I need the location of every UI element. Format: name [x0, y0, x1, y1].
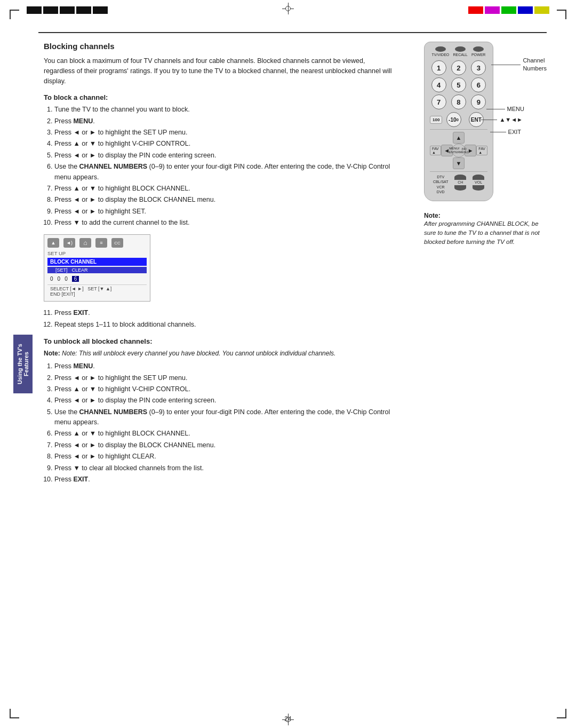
remote-source-btn: DTVCBL/SATVCRDVD: [433, 175, 449, 194]
remote-btn-5: 5: [451, 77, 466, 92]
block-step-10: Press ▼ to add the current channel to th…: [54, 218, 397, 228]
remote-control-bottom: DTVCBL/SATVCRDVD CH VOL: [430, 175, 487, 194]
left-column: Blocking channels You can block a maximu…: [44, 42, 403, 489]
page-number: 24: [284, 715, 291, 723]
unblock-note: Note: Note: This will unblock every chan…: [44, 349, 397, 358]
remote-ch-btn: CH: [454, 175, 466, 194]
remote-btn-4: 4: [431, 77, 446, 92]
note-text: After programming CHANNEL BLOCK, be sure…: [424, 219, 547, 247]
unblock-step-9: Press ▼ to clear all blocked channels fr…: [54, 463, 397, 473]
screen-setup-label: SET UP: [47, 250, 147, 256]
page-content: Blocking channels You can block a maximu…: [38, 32, 547, 699]
block-step-12: Repeat steps 1–11 to block additional ch…: [54, 320, 397, 330]
remote-top-row: TV/VIDEO RECALL POWER: [430, 46, 487, 57]
remote-btn-0: -100: [446, 112, 461, 127]
remote-illustration: TV/VIDEO RECALL POWER 1: [424, 42, 493, 201]
remote-fav-left: FAV▲: [430, 146, 441, 155]
remote-divider-2: [430, 171, 487, 172]
screen-icons-row: ▲ ◄) ⌂ ≡ CC: [47, 238, 147, 248]
block-steps-list-cont: Press EXIT. Repeat steps 1–11 to block a…: [44, 308, 397, 330]
screen-block-channel: BLOCK CHANNEL: [47, 258, 147, 266]
remote-label-arrows: ▲▼◄►: [481, 116, 523, 123]
unblock-step-4: Press ◄ or ► to display the PIN code ent…: [54, 395, 397, 406]
screen-icon-1: ▲: [47, 238, 59, 248]
screen-digits: 0006: [47, 275, 147, 283]
remote-bottom-numbers: 100 -100 ENT: [430, 112, 487, 127]
sub-heading-unblock: To unblock all blocked channels:: [44, 337, 397, 345]
block-step-6: Use the CHANNEL NUMBERS (0–9) to enter y…: [54, 162, 397, 183]
remote-nav-center: MENU/ENTER(NO MENU): [452, 144, 466, 157]
remote-recall: RECALL: [453, 46, 467, 57]
block-step-1: Tune the TV to the channel you want to b…: [54, 105, 397, 115]
sub-heading-block: To block a channel:: [44, 93, 397, 101]
remote-number-grid: 1 2 3 4 5 6 7 8 9: [430, 60, 487, 109]
remote-nav-down: ▼: [453, 157, 465, 169]
remote-label-channel-numbers: ChannelNumbers: [491, 57, 547, 73]
block-step-11: Press EXIT.: [54, 308, 397, 318]
block-step-2: Press MENU.: [54, 116, 397, 126]
screen-icon-4: ≡: [95, 238, 107, 248]
block-step-4: Press ▲ or ▼ to highlight V-CHIP CONTROL…: [54, 139, 397, 149]
unblock-step-8: Press ◄ or ► to highlight CLEAR.: [54, 452, 397, 462]
unblock-step-10: Press EXIT.: [54, 474, 397, 485]
unblock-step-7: Press ◄ or ► to display the BLOCK CHANNE…: [54, 440, 397, 450]
unblock-step-2: Press ◄ or ► to highlight the SET UP men…: [54, 373, 397, 383]
remote-btn-2: 2: [451, 60, 466, 75]
corner-mark-br: [557, 709, 566, 718]
right-column: TV/VIDEO RECALL POWER 1: [419, 42, 547, 489]
remote-vol-btn: VOL: [473, 175, 484, 194]
screen-set-clear: [SET]CLEAR: [47, 267, 147, 273]
unblock-step-1: Press MENU.: [54, 361, 397, 371]
note-title-text: Note:: [424, 212, 441, 219]
screen-icon-3: ⌂: [79, 238, 91, 248]
corner-mark-bl: [10, 709, 19, 718]
remote-label-menu: MENU: [486, 106, 524, 112]
remote-btn-9: 9: [471, 94, 486, 109]
color-bars-right: [468, 6, 549, 14]
remote-btn-3: 3: [471, 60, 486, 75]
note-title: Note:: [424, 212, 547, 219]
remote-label-exit: EXIT: [490, 129, 521, 135]
block-step-7: Press ▲ or ▼ to highlight BLOCK CHANNEL.: [54, 184, 397, 194]
screen-select-row: SELECT [◄ ►] SET [▼ ▲]END [EXIT]: [47, 284, 147, 298]
block-step-3: Press ◄ or ► to highlight the SET UP men…: [54, 128, 397, 138]
sidebar-label-line2: Features: [23, 343, 29, 385]
color-bars-left: [27, 6, 108, 14]
block-step-8: Press ◄ or ► to display the BLOCK CHANNE…: [54, 195, 397, 205]
page-heading: Blocking channels: [44, 42, 397, 51]
block-step-5: Press ◄ or ► to display the PIN code ent…: [54, 151, 397, 161]
block-step-9: Press ◄ or ► to highlight SET.: [54, 207, 397, 217]
block-steps-list: Tune the TV to the channel you want to b…: [44, 105, 397, 228]
remote-btn-8: 8: [451, 94, 466, 109]
unblock-steps-list: Press MENU. Press ◄ or ► to highlight th…: [44, 361, 397, 485]
remote-fav-right: FAV▲: [476, 146, 487, 155]
remote-btn-100: 100: [430, 116, 442, 124]
main-area: Blocking channels You can block a maximu…: [44, 42, 547, 489]
screen-icon-2: ◄): [63, 238, 75, 248]
reg-mark-top: [282, 3, 294, 14]
remote-nav-cross: ▲ ◄ ► ▼ MENU/ENTER(NO MENU): [441, 132, 477, 169]
note-section: Note: After programming CHANNEL BLOCK, b…: [424, 212, 547, 247]
unblock-step-5: Use the CHANNEL NUMBERS (0–9) to enter y…: [54, 407, 397, 428]
intro-paragraph: You can block a maximum of four TV chann…: [44, 56, 397, 86]
remote-nav-up: ▲: [453, 132, 465, 144]
top-divider: [38, 32, 547, 33]
remote-tv-video: TV/VIDEO: [432, 46, 450, 57]
remote-nav-area: FAV▲ ▲ ◄ ► ▼ MENU/ENTER(NO MENU) FAV▲: [430, 132, 487, 169]
remote-btn-1: 1: [431, 60, 446, 75]
remote-btn-7: 7: [431, 94, 446, 109]
remote-power: POWER: [471, 46, 485, 57]
screen-mockup: ▲ ◄) ⌂ ≡ CC SET UP BLOCK CHANNEL [SET]CL…: [44, 234, 150, 302]
corner-mark-tr: [557, 10, 566, 19]
unblock-step-3: Press ▲ or ▼ to highlight V-CHIP CONTROL…: [54, 384, 397, 394]
remote-divider-1: [430, 129, 487, 130]
sidebar-label-line1: Using the TV's: [17, 343, 23, 385]
screen-icon-5: CC: [111, 238, 123, 248]
remote-btn-6: 6: [471, 77, 486, 92]
corner-mark-tl: [10, 10, 19, 19]
unblock-step-6: Press ▲ or ▼ to highlight BLOCK CHANNEL.: [54, 429, 397, 439]
